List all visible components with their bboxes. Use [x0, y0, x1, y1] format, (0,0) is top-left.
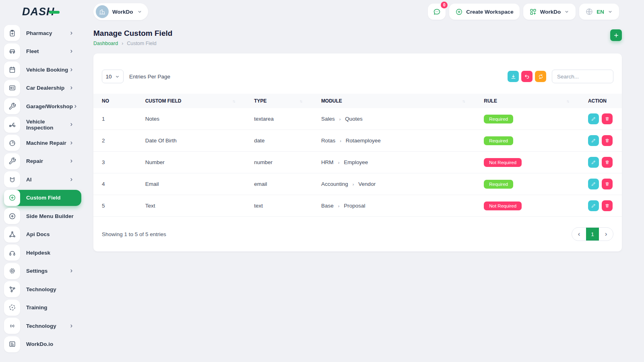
chevron-right-icon	[69, 177, 74, 182]
sidebar-item-label: Vehicle Inspection	[26, 119, 69, 131]
module-child: Rotaemployee	[346, 138, 381, 144]
module-child: Proposal	[344, 203, 365, 209]
sidebar-item-custom-field[interactable]: Custom Field	[4, 190, 81, 206]
sidebar-item-vehicle-booking[interactable]: Vehicle Booking	[4, 62, 81, 78]
sidebar-item-repair[interactable]: Repair	[4, 153, 81, 169]
delete-button[interactable]	[602, 113, 613, 124]
app-logo[interactable]: DASH	[0, 6, 85, 18]
cell-action	[588, 179, 613, 189]
gear-icon	[4, 263, 20, 279]
wrench-icon	[4, 153, 20, 169]
apps-dropdown-button[interactable]: WorkDo	[523, 4, 576, 20]
edit-button[interactable]	[588, 179, 599, 189]
sidebar-item-helpdesk[interactable]: Helpdesk	[4, 245, 81, 261]
add-custom-field-button[interactable]	[610, 29, 622, 41]
sidebar-item-technology[interactable]: Technology	[4, 318, 81, 334]
headphones-icon	[4, 245, 20, 261]
apps-dropdown-label: WorkDo	[540, 9, 561, 15]
edit-button[interactable]	[588, 157, 599, 168]
module-parent: Rotas	[321, 138, 335, 144]
sidebar-item-pharmacy[interactable]: Pharmacy	[4, 25, 81, 41]
sidebar-item-machine-repair[interactable]: Machine Repair	[4, 135, 81, 151]
refresh-button[interactable]	[535, 71, 546, 82]
logo-dash-bar	[49, 11, 60, 14]
sidebar-item-settings[interactable]: Settings	[4, 263, 81, 279]
table-header-row: NOCUSTOM FIELD↑↓TYPE↑↓MODULE↑↓RULE↑↓ACTI…	[93, 94, 622, 108]
edit-button[interactable]	[588, 135, 599, 146]
sidebar-item-vehicle-inspection[interactable]: Vehicle Inspection	[4, 117, 81, 133]
delete-button[interactable]	[602, 200, 613, 211]
cell-module: Base›Proposal	[321, 203, 467, 209]
plus-circle-icon	[455, 8, 463, 16]
sidebar-item-garage-workshop[interactable]: Garage/Workshop	[4, 98, 81, 114]
trash-icon	[605, 203, 610, 208]
language-selector[interactable]: EN	[579, 4, 619, 20]
rule-badge: Required	[484, 180, 513, 189]
chevron-right-icon	[73, 104, 78, 109]
sidebar-item-technology[interactable]: Technology	[4, 281, 81, 297]
sidebar-item-label: Api Docs	[26, 231, 50, 237]
sidebar-item-car-dealership[interactable]: Car Dealership	[4, 80, 81, 96]
sidebar-item-label: Pharmacy	[26, 30, 52, 36]
chevron-down-icon	[115, 74, 120, 79]
workspace-selector[interactable]: WorkDo	[93, 3, 148, 20]
cell-custom-field: Email	[137, 173, 246, 195]
chevron-right-icon: ›	[340, 138, 341, 143]
sidebar-item-ai[interactable]: AI	[4, 171, 81, 187]
delete-button[interactable]	[602, 135, 613, 146]
search-input[interactable]	[552, 70, 613, 83]
entries-per-page-select[interactable]: 10	[102, 70, 124, 83]
clipboard-plus-icon	[4, 25, 20, 41]
trash-icon	[605, 181, 610, 187]
chevron-right-icon: ›	[338, 204, 340, 208]
chevron-right-icon	[69, 122, 74, 127]
table-row: 1NotestextareaSales›QuotesRequired	[93, 108, 622, 130]
column-header-label: NO	[102, 98, 109, 104]
cell-custom-field: Text	[137, 195, 246, 217]
rule-badge: Required	[484, 115, 513, 123]
create-workspace-button[interactable]: Create Workspace	[449, 4, 520, 20]
globe-icon	[585, 8, 593, 16]
column-header-type[interactable]: TYPE↑↓	[246, 94, 313, 108]
column-header-rule[interactable]: RULE↑↓	[475, 94, 580, 108]
trash-icon	[605, 160, 610, 165]
sidebar-item-api-docs[interactable]: Api Docs	[4, 226, 81, 243]
table-row: 2Date Of BirthdateRotas›RotaemployeeRequ…	[93, 130, 622, 152]
messages-button[interactable]: 0	[428, 4, 446, 20]
column-header-module[interactable]: MODULE↑↓	[313, 94, 475, 108]
export-button[interactable]	[508, 71, 519, 82]
sidebar-item-label: Fleet	[26, 48, 39, 54]
breadcrumb-current: Custom Field	[127, 41, 157, 46]
gauge-icon	[4, 135, 20, 151]
logo-text: DASH	[22, 6, 60, 18]
module-parent: Sales	[321, 116, 335, 122]
chevron-right-icon: ›	[122, 41, 123, 46]
cell-action	[588, 113, 613, 124]
pagination-page-1-button[interactable]: 1	[586, 228, 599, 241]
sidebar-item-side-menu-builder[interactable]: Side Menu Builder	[4, 208, 81, 224]
sidebar-item-fleet[interactable]: Fleet	[4, 43, 81, 60]
cell-custom-field: Number	[137, 152, 246, 173]
broadcast-icon	[4, 318, 20, 334]
sidebar-item-label: Technology	[26, 286, 56, 292]
delete-button[interactable]	[602, 179, 613, 189]
delete-button[interactable]	[602, 157, 613, 168]
sidebar-item-label: AI	[26, 177, 32, 183]
pagination-prev-button[interactable]: ‹	[572, 228, 586, 241]
cell-action	[588, 135, 613, 146]
edit-button[interactable]	[588, 113, 599, 124]
undo-icon	[524, 74, 530, 80]
column-header-custom-field[interactable]: CUSTOM FIELD↑↓	[137, 94, 246, 108]
chevron-right-icon	[69, 268, 74, 274]
sidebar-item-workdo-io[interactable]: WorkDo.io	[4, 336, 81, 352]
breadcrumb-dashboard-link[interactable]: Dashboard	[93, 41, 118, 46]
id-card-icon	[4, 336, 20, 352]
sort-icon: ↑↓	[232, 99, 235, 103]
pagination-next-button[interactable]: ›	[599, 228, 613, 241]
cell-module: Rotas›Rotaemployee	[321, 138, 467, 144]
edit-button[interactable]	[588, 200, 599, 211]
sidebar-item-training[interactable]: Training	[4, 300, 81, 316]
undo-button[interactable]	[521, 71, 533, 82]
sidebar-item-label: Side Menu Builder	[26, 213, 74, 219]
pencil-icon	[591, 203, 596, 208]
